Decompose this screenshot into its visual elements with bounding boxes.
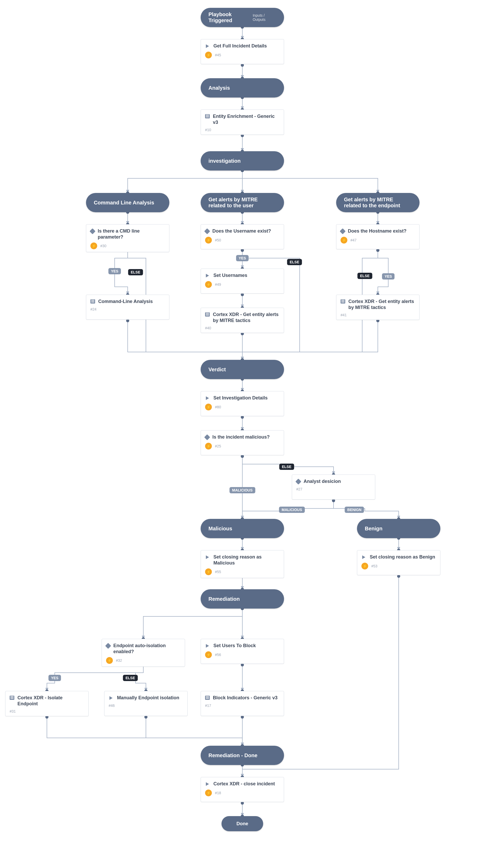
automation-bolt-icon	[205, 404, 212, 411]
task-title: Set closing reason as Benign	[370, 554, 436, 560]
condition-icon	[90, 228, 96, 234]
section-title: Command Line Analysis	[94, 200, 154, 206]
section-title: Benign	[365, 526, 382, 532]
section-title: Done	[236, 821, 248, 827]
task-title: Cortex XDR - Get entity alerts by MITRE …	[349, 299, 415, 310]
condition-icon	[105, 643, 111, 649]
task-title: Is the incident malicious?	[212, 434, 280, 440]
task-id: #17	[205, 703, 211, 708]
section-header[interactable]: Playbook TriggeredInputs / Outputs	[200, 8, 284, 27]
section-header[interactable]: Malicious	[200, 519, 284, 538]
section-header[interactable]: Get alerts by MITRE related to the endpo…	[336, 193, 419, 212]
task-node[interactable]: Set Usernames#49	[200, 269, 284, 294]
task-node[interactable]: Cortex XDR - Get entity alerts by MITRE …	[336, 295, 419, 320]
task-node[interactable]: Set closing reason as Benign#53	[357, 550, 440, 575]
task-node[interactable]: Does the Username exist?#50	[200, 224, 284, 249]
section-header[interactable]: investigation	[200, 151, 284, 170]
task-id: #25	[215, 444, 221, 448]
task-node[interactable]: Set Users To Block#56	[200, 639, 284, 664]
condition-icon	[340, 228, 346, 234]
task-title: Block Indicators - Generic v3	[213, 695, 280, 701]
section-header[interactable]: Verdict	[200, 360, 284, 379]
edge-condition-label: ELSE	[123, 675, 138, 681]
automation-bolt-icon	[90, 242, 97, 249]
task-title: Analyst desicion	[304, 478, 371, 485]
task-id: #32	[116, 658, 122, 663]
task-arrow-icon	[205, 782, 210, 787]
edge-condition-label: MALICIOUS	[230, 487, 255, 493]
task-id: #50	[215, 238, 221, 242]
condition-icon	[204, 228, 210, 234]
task-node[interactable]: Is there a CMD line parameter?#30	[86, 224, 169, 252]
task-node[interactable]: Set Investigation Details#80	[200, 391, 284, 416]
section-header[interactable]: Benign	[357, 519, 440, 538]
automation-bolt-icon	[362, 563, 368, 569]
task-title: Set Investigation Details	[214, 395, 280, 401]
task-node[interactable]: Does the Hostname exist?#47	[336, 224, 419, 249]
task-id: #40	[205, 326, 211, 330]
task-arrow-icon	[205, 643, 210, 649]
task-id: #46	[109, 703, 115, 708]
task-title: Cortex XDR - Isolate Endpoint	[17, 695, 84, 706]
section-header[interactable]: Remediation	[200, 589, 284, 609]
inputs-outputs-link[interactable]: Inputs / Outputs	[253, 13, 276, 22]
task-id: #45	[215, 53, 221, 57]
task-title: Does the Username exist?	[212, 228, 280, 234]
task-node[interactable]: Block Indicators - Generic v3#17	[200, 691, 284, 716]
condition-icon	[295, 479, 302, 485]
task-node[interactable]: Analyst desicion#27	[292, 475, 375, 500]
section-header[interactable]: Command Line Analysis	[86, 193, 169, 212]
task-arrow-icon	[205, 273, 210, 278]
section-title: Get alerts by MITRE related to the user	[208, 197, 276, 209]
task-node[interactable]: Set closing reason as Malicious#55	[200, 550, 284, 578]
edge-condition-label: BENIGN	[345, 507, 364, 513]
task-title: Set closing reason as Malicious	[214, 554, 280, 566]
task-title: Manually Endpoint isolation	[117, 695, 183, 701]
section-header[interactable]: Done	[221, 816, 263, 831]
condition-icon	[204, 435, 210, 440]
task-title: Cortex XDR - Get entity alerts by MITRE …	[213, 312, 280, 323]
automation-bolt-icon	[106, 657, 113, 664]
task-node[interactable]: Cortex XDR - Get entity alerts by MITRE …	[200, 308, 284, 333]
section-title: Get alerts by MITRE related to the endpo…	[344, 197, 412, 209]
automation-bolt-icon	[205, 651, 212, 658]
task-id: #24	[90, 307, 96, 311]
task-node[interactable]: Command-Line Analysis#24	[86, 295, 169, 320]
task-title: Command-Line Analysis	[98, 299, 165, 305]
task-node[interactable]: Endpoint auto-isolation enabled?#32	[102, 639, 185, 667]
task-id: #31	[10, 709, 16, 713]
task-title: Endpoint auto-isolation enabled?	[113, 643, 181, 654]
task-title: Get Full Incident Details	[214, 43, 280, 49]
section-title: Remediation	[208, 596, 240, 602]
task-title: Set Usernames	[214, 273, 280, 278]
playbook-icon	[90, 299, 95, 304]
edge-condition-label: ELSE	[128, 269, 143, 275]
playbook-icon	[341, 299, 345, 304]
section-header[interactable]: Analysis	[200, 78, 284, 97]
edge-condition-label: YES	[108, 268, 121, 274]
section-title: Malicious	[208, 526, 232, 532]
section-header[interactable]: Get alerts by MITRE related to the user	[200, 193, 284, 212]
task-node[interactable]: Cortex XDR - Isolate Endpoint#31	[5, 691, 89, 716]
task-node[interactable]: Cortex XDR - close incident#18	[200, 777, 284, 802]
automation-bolt-icon	[205, 443, 212, 450]
task-title: Entity Enrichment - Generic v3	[213, 114, 280, 125]
section-header[interactable]: Remediation - Done	[200, 746, 284, 765]
task-id: #56	[215, 653, 221, 657]
task-arrow-icon	[205, 395, 210, 401]
task-id: #49	[215, 282, 221, 287]
edge-condition-label: YES	[48, 675, 61, 681]
task-arrow-icon	[205, 44, 210, 49]
task-node[interactable]: Manually Endpoint isolation#46	[104, 691, 187, 716]
task-node[interactable]: Is the incident malicious?#25	[200, 430, 284, 455]
playbook-icon	[10, 695, 14, 700]
task-arrow-icon	[109, 695, 114, 701]
automation-bolt-icon	[205, 237, 212, 243]
task-node[interactable]: Get Full Incident Details#45	[200, 39, 284, 64]
task-id: #10	[205, 128, 211, 132]
edge-condition-label: ELSE	[279, 464, 294, 470]
section-title: Playbook Triggered	[208, 11, 253, 23]
task-id: #30	[100, 244, 106, 248]
task-node[interactable]: Entity Enrichment - Generic v3#10	[200, 109, 284, 135]
task-id: #18	[215, 791, 221, 795]
